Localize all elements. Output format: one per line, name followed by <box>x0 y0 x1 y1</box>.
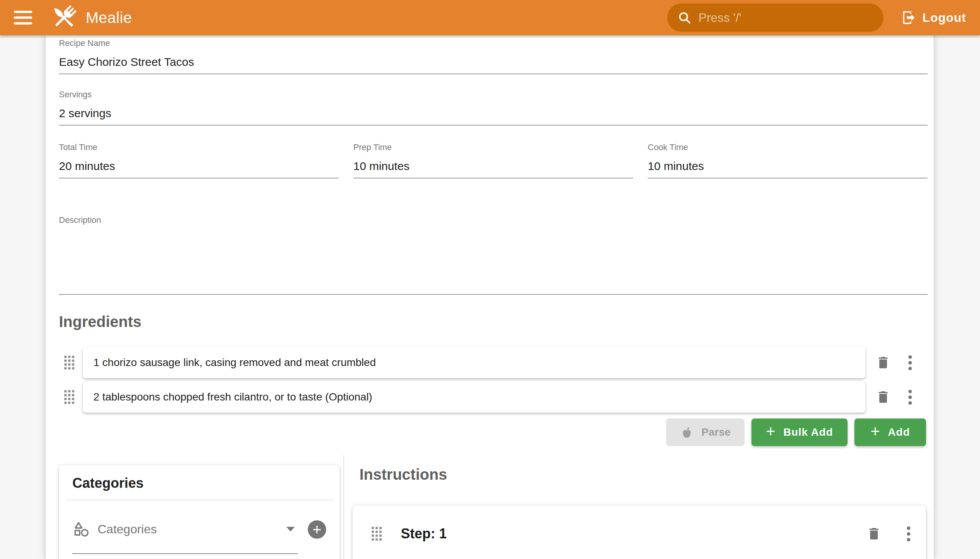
search-input[interactable] <box>698 10 874 25</box>
delete-ingredient-button[interactable] <box>875 389 892 405</box>
cook-time-field: Cook Time <box>648 142 927 179</box>
add-label: Add <box>888 426 910 438</box>
categories-heading: Categories <box>72 475 340 491</box>
instruction-step-card: Step: 1 Combine crumbled chorizo and chi… <box>352 505 926 559</box>
menu-button[interactable] <box>14 11 32 25</box>
total-time-input[interactable] <box>59 159 339 173</box>
description-label: Description <box>59 215 927 225</box>
ingredient-menu-button[interactable] <box>906 351 914 374</box>
bulk-add-label: Bulk Add <box>783 426 833 438</box>
step-title: Step: 1 <box>401 526 866 542</box>
categories-divider <box>65 499 334 500</box>
add-ingredient-button[interactable]: + Add <box>854 418 926 446</box>
instructions-heading: Instructions <box>359 466 927 483</box>
cook-time-label: Cook Time <box>648 142 927 152</box>
ingredients-heading: Ingredients <box>59 313 927 331</box>
total-time-label: Total Time <box>59 142 339 152</box>
trash-icon <box>866 526 882 541</box>
categories-select-label: Categories <box>98 522 286 536</box>
ingredient-menu-button[interactable] <box>906 385 914 408</box>
step-menu-button[interactable] <box>905 522 912 545</box>
prep-time-label: Prep Time <box>353 142 633 152</box>
description-field[interactable]: Description <box>59 215 927 295</box>
drag-handle-icon[interactable] <box>64 356 74 369</box>
trash-icon <box>876 355 891 370</box>
plus-icon: + <box>766 423 776 440</box>
instructions-column: Instructions Step: 1 Com <box>344 455 927 559</box>
recipe-editor-card: Recipe Name Servings Total Time Prep Tim… <box>45 35 934 559</box>
time-fields-row: Total Time Prep Time Cook Time <box>59 142 927 179</box>
recipe-name-label: Recipe Name <box>59 38 927 48</box>
categories-select[interactable]: Categories <box>72 520 298 554</box>
parse-button[interactable]: Parse <box>666 418 744 446</box>
logout-label: Logout <box>922 11 966 25</box>
kebab-icon <box>907 532 910 536</box>
delete-ingredient-button[interactable] <box>875 355 892 370</box>
total-time-field: Total Time <box>59 142 339 179</box>
servings-label: Servings <box>59 89 927 99</box>
recipe-name-input[interactable] <box>59 55 927 69</box>
chevron-down-icon <box>286 527 295 531</box>
app-title: Mealie <box>86 9 132 26</box>
categories-select-row: Categories + <box>72 520 326 554</box>
trash-icon <box>876 389 891 405</box>
step-header: Step: 1 <box>366 522 912 545</box>
parse-label: Parse <box>701 426 730 438</box>
logout-button[interactable]: Logout <box>901 10 966 25</box>
cook-time-input[interactable] <box>648 159 927 173</box>
bottom-section: Categories Categories + <box>59 455 927 559</box>
description-textarea[interactable] <box>59 225 927 289</box>
add-category-button[interactable]: + <box>308 520 326 539</box>
servings-field: Servings <box>59 89 927 126</box>
ingredients-actions-row: Parse + Bulk Add + Add <box>59 418 927 446</box>
search-icon <box>677 10 692 25</box>
ingredient-row <box>59 347 927 379</box>
mealie-logo-icon <box>49 3 79 33</box>
ingredient-card[interactable] <box>83 381 866 413</box>
bulk-add-button[interactable]: + Bulk Add <box>752 418 848 446</box>
ingredients-list <box>59 347 927 413</box>
categories-card: Categories Categories + <box>59 465 340 559</box>
recipe-name-field: Recipe Name <box>59 35 927 74</box>
prep-time-field: Prep Time <box>353 142 633 179</box>
ingredient-row <box>59 381 927 413</box>
plus-icon: + <box>871 423 881 440</box>
apple-icon <box>680 425 694 439</box>
drag-handle-icon[interactable] <box>64 390 74 404</box>
ingredient-card[interactable] <box>83 347 866 378</box>
ingredient-input[interactable] <box>93 356 856 369</box>
ingredient-input[interactable] <box>93 390 856 404</box>
delete-step-button[interactable] <box>866 526 882 541</box>
kebab-icon <box>909 361 912 364</box>
prep-time-input[interactable] <box>353 159 633 173</box>
search-bar[interactable] <box>667 3 884 32</box>
shapes-icon <box>72 520 90 538</box>
servings-input[interactable] <box>59 106 927 120</box>
organizer-column: Categories Categories + <box>59 455 344 559</box>
kebab-icon <box>909 395 912 399</box>
drag-handle-icon[interactable] <box>372 527 382 541</box>
logout-icon <box>901 10 916 25</box>
app-header: Mealie Logout <box>0 0 980 35</box>
